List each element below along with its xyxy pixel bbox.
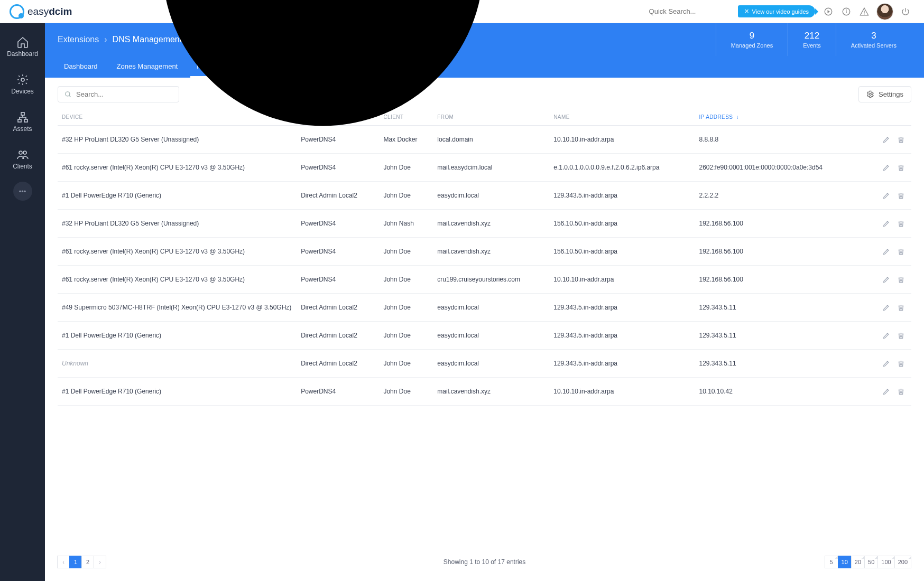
svg-line-15 (69, 95, 71, 97)
pencil-icon (880, 301, 892, 314)
sidebar-item-assets[interactable]: Assets (0, 105, 45, 139)
logo-text: easydcim (27, 6, 72, 17)
table-footer: ‹ 12 › Showing 1 to 10 of 17 entries 510… (58, 546, 911, 573)
next-page-button[interactable]: › (94, 556, 106, 568)
row-actions (863, 322, 911, 350)
page-size-10[interactable]: 10 (838, 556, 852, 568)
table-settings-button[interactable]: Settings (858, 86, 911, 102)
cell-from: easydcim.local (433, 294, 549, 322)
cell-server: Direct Admin Local2 (297, 322, 379, 350)
alert-icon[interactable] (855, 3, 873, 21)
trash-icon (894, 133, 907, 146)
edit-button[interactable] (879, 273, 892, 286)
network-icon (16, 111, 29, 124)
page-2[interactable]: 2 (81, 556, 94, 568)
page-size-200[interactable]: 200 (894, 556, 911, 568)
trash-icon (894, 301, 907, 314)
trash-icon (894, 245, 907, 258)
delete-button[interactable] (893, 273, 907, 286)
trash-icon (894, 329, 907, 342)
svg-rect-9 (21, 113, 24, 115)
cell-name: 10.10.10.in-addr.arpa (549, 378, 695, 406)
edit-button[interactable] (879, 189, 892, 202)
delete-button[interactable] (893, 217, 907, 230)
edit-button[interactable] (879, 385, 892, 398)
row-actions (863, 266, 911, 294)
sidebar-item-dashboard[interactable]: Dashboard (0, 30, 45, 64)
row-actions (863, 210, 911, 238)
sidebar-item-clients[interactable]: Clients (0, 142, 45, 176)
avatar[interactable] (876, 3, 893, 20)
delete-button[interactable] (893, 301, 907, 314)
delete-button[interactable] (893, 245, 907, 258)
page-1[interactable]: 1 (69, 556, 82, 568)
svg-point-8 (21, 78, 24, 81)
row-actions (863, 294, 911, 322)
sidebar: Dashboard Devices Assets Clients ••• (0, 0, 45, 581)
cell-name: 129.343.5.in-addr.arpa (549, 294, 695, 322)
prev-page-button[interactable]: ‹ (57, 556, 70, 568)
svg-point-13 (23, 151, 26, 154)
cell-client: John Doe (379, 294, 433, 322)
sidebar-item-devices[interactable]: Devices (0, 67, 45, 101)
pagination: ‹ 12 › (58, 556, 106, 568)
row-actions (863, 182, 911, 210)
delete-button[interactable] (893, 133, 907, 146)
delete-button[interactable] (893, 329, 907, 342)
edit-button[interactable] (879, 245, 892, 258)
stat-label: Activated Servers (851, 42, 897, 49)
pencil-icon (880, 329, 892, 342)
cell-ip: 129.343.5.11 (695, 322, 863, 350)
cell-server: Direct Admin Local2 (297, 294, 379, 322)
stat-events[interactable]: 212 Events (788, 23, 836, 56)
search-icon (64, 91, 72, 98)
page-size-20[interactable]: 20 (851, 556, 865, 568)
cell-device[interactable]: #1 Dell PowerEdge R710 (Generic) (58, 378, 297, 406)
svg-rect-10 (18, 119, 21, 122)
sidebar-label: Dashboard (7, 50, 38, 58)
delete-button[interactable] (893, 189, 907, 202)
logo[interactable]: easydcim (10, 4, 72, 19)
delete-button[interactable] (893, 357, 907, 370)
sidebar-more-button[interactable]: ••• (13, 182, 32, 201)
cell-device[interactable]: #49 Supermicro 5037MC-H8TRF (Intel(R) Xe… (58, 294, 297, 322)
quick-search[interactable] (94, 0, 738, 286)
search-icon (94, 0, 644, 286)
info-icon[interactable] (837, 3, 855, 21)
cell-ip: 129.343.5.11 (695, 294, 863, 322)
svg-point-0 (162, 0, 483, 126)
stat-value: 3 (851, 31, 897, 41)
svg-point-5 (846, 10, 847, 10)
stat-label: Events (803, 42, 821, 49)
edit-button[interactable] (879, 329, 892, 342)
stat-activated-servers[interactable]: 3 Activated Servers (836, 23, 911, 56)
power-icon[interactable] (897, 3, 914, 21)
page-size-100[interactable]: 100 (877, 556, 894, 568)
edit-button[interactable] (879, 357, 892, 370)
row-actions (863, 378, 911, 406)
page-size-5[interactable]: 5 (825, 556, 838, 568)
edit-button[interactable] (879, 217, 892, 230)
cell-name: 129.343.5.in-addr.arpa (549, 350, 695, 378)
sidebar-label: Assets (13, 125, 32, 133)
play-icon[interactable] (819, 3, 837, 21)
delete-button[interactable] (893, 161, 907, 174)
cell-client: John Doe (379, 350, 433, 378)
svg-rect-11 (24, 119, 27, 122)
pencil-icon (880, 245, 892, 258)
settings-label: Settings (879, 90, 903, 98)
cell-ip: 129.343.5.11 (695, 350, 863, 378)
delete-button[interactable] (893, 385, 907, 398)
cell-device[interactable]: #1 Dell PowerEdge R710 (Generic) (58, 322, 297, 350)
video-guide-button[interactable]: ✕ View our video guides (738, 5, 815, 17)
page-size-50[interactable]: 50 (864, 556, 878, 568)
edit-button[interactable] (879, 301, 892, 314)
pencil-icon (880, 385, 892, 398)
edit-button[interactable] (879, 161, 892, 174)
edit-button[interactable] (879, 133, 892, 146)
quick-search-input[interactable] (649, 7, 738, 15)
cell-device[interactable]: Unknown (58, 350, 297, 378)
pencil-icon (880, 217, 892, 230)
logo-mark-icon (10, 4, 24, 19)
cell-client: John Doe (379, 322, 433, 350)
